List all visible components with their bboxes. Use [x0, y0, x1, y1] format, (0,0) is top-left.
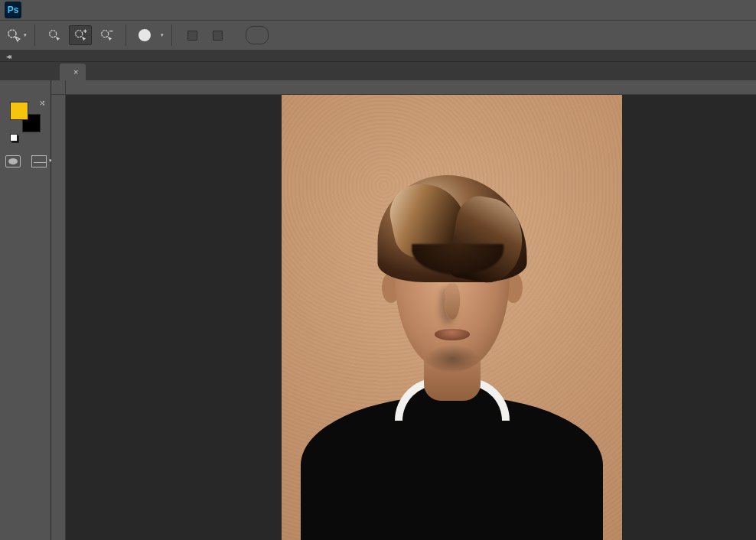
foreground-color-swatch[interactable] — [10, 102, 28, 120]
brush-shape-icon — [138, 29, 151, 41]
canvas-area — [51, 80, 756, 540]
close-tab-icon[interactable]: × — [73, 67, 78, 76]
svg-point-1 — [50, 31, 57, 37]
workspace: ⤭ ▾ — [0, 80, 756, 540]
color-swatches[interactable]: ⤭ — [10, 102, 41, 132]
document-viewport[interactable] — [66, 95, 756, 540]
chevron-down-icon: ▾ — [24, 32, 27, 38]
document-tab-bar: × — [0, 62, 756, 80]
quick-select-icon — [6, 28, 21, 43]
options-bar: ▾ ▾ — [0, 20, 756, 50]
svg-point-3 — [102, 31, 109, 37]
brush-preview[interactable] — [138, 29, 151, 42]
app-logo-icon: Ps — [5, 2, 21, 18]
chevron-down-icon[interactable]: ▾ — [161, 32, 164, 38]
select-and-mask-button[interactable] — [246, 26, 269, 44]
document-tab[interactable]: × — [60, 63, 86, 80]
shirt-graphic — [282, 507, 622, 532]
menu-bar: Ps — [0, 0, 756, 20]
checkbox-icon — [213, 31, 223, 41]
panel-collapse-bar[interactable]: ◂◂ — [0, 50, 756, 62]
ruler-origin[interactable] — [51, 80, 66, 95]
screen-mode-icon[interactable] — [31, 155, 47, 168]
auto-enhance-checkbox[interactable] — [213, 31, 227, 41]
swap-colors-icon[interactable]: ⤭ — [39, 99, 45, 107]
default-colors-icon[interactable] — [10, 134, 19, 143]
collapse-caret-icon: ◂◂ — [6, 52, 9, 60]
svg-point-0 — [8, 30, 16, 37]
subtract-from-selection-toggle[interactable] — [95, 25, 118, 45]
sample-all-layers-checkbox[interactable] — [187, 31, 202, 41]
vertical-ruler[interactable] — [51, 95, 66, 540]
svg-point-2 — [76, 31, 83, 37]
toolbox: ⤭ ▾ — [0, 80, 51, 540]
horizontal-ruler[interactable] — [66, 80, 756, 95]
tool-preset-picker[interactable]: ▾ — [6, 24, 27, 46]
quick-mask-icon[interactable] — [5, 155, 21, 168]
new-selection-toggle[interactable] — [43, 25, 66, 45]
document-canvas[interactable] — [282, 95, 622, 540]
add-to-selection-toggle[interactable] — [69, 25, 92, 45]
checkbox-icon — [187, 31, 197, 41]
